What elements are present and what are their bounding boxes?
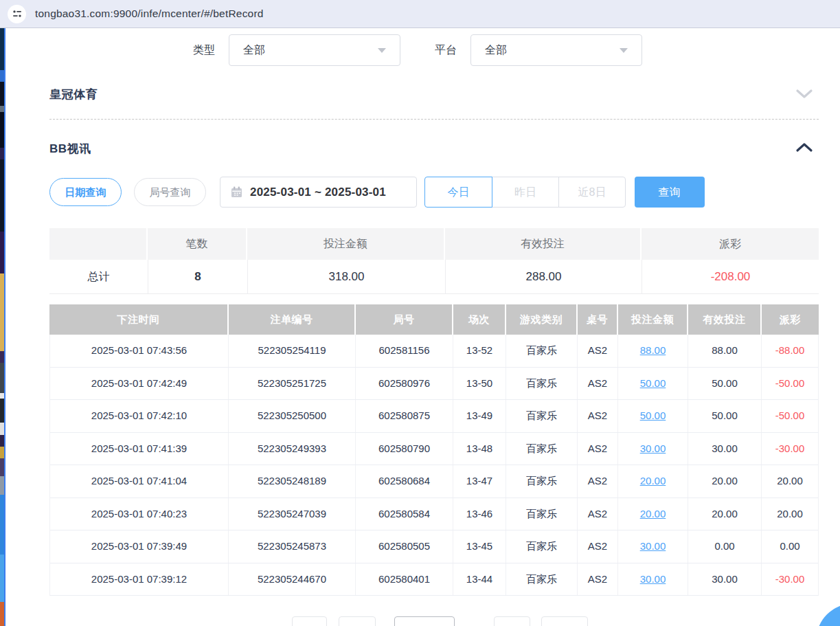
section-title-crown-sports[interactable]: 皇冠体育 xyxy=(49,87,98,102)
quick-date-button-group: 今日 昨日 近8日 xyxy=(424,177,626,208)
bet-record-page: 类型 全部 平台 全部 皇冠体育 BB视讯 日期查询 局号查询 xyxy=(7,28,840,626)
col-header-round-no: 局号 xyxy=(356,304,453,335)
session-cell: 13-44 xyxy=(453,563,506,596)
pagination-button[interactable] xyxy=(292,616,327,626)
round-no-cell: 602580584 xyxy=(356,498,453,530)
search-button[interactable]: 查询 xyxy=(635,177,705,208)
table-row: 2025-03-01 07:39:49 522305245873 6025805… xyxy=(50,530,818,563)
table-row: 2025-03-01 07:42:49 522305251725 6025809… xyxy=(50,368,818,401)
last-8-days-button[interactable]: 近8日 xyxy=(558,177,626,208)
table-row: 2025-03-01 07:41:39 522305249393 6025807… xyxy=(50,433,818,466)
date-range-value: 2025-03-01 ~ 2025-03-01 xyxy=(250,186,386,199)
bet-amount-link[interactable]: 20.00 xyxy=(640,508,666,519)
date-range-input[interactable]: 2025-03-01 ~ 2025-03-01 xyxy=(220,177,417,208)
session-cell: 13-49 xyxy=(453,400,506,432)
round-no-cell: 602580976 xyxy=(356,368,453,400)
game-type-cell: 百家乐 xyxy=(506,368,578,400)
payout-cell: 20.00 xyxy=(762,465,818,498)
round-no-cell: 602581156 xyxy=(356,335,453,367)
valid-bet-cell: 20.00 xyxy=(688,498,762,530)
type-filter-label: 类型 xyxy=(193,34,215,66)
bet-table-header: 下注时间 注单编号 局号 场次 游戏类别 桌号 投注金额 有效投注 派彩 xyxy=(49,304,819,335)
session-cell: 13-48 xyxy=(453,433,506,465)
site-settings-icon[interactable] xyxy=(8,5,26,23)
section-title-bb-video[interactable]: BB视讯 xyxy=(49,141,91,157)
bet-id-cell: 522305244670 xyxy=(229,563,356,596)
col-header-table-no: 桌号 xyxy=(578,304,618,335)
valid-bet-cell: 20.00 xyxy=(688,465,762,498)
table-no-cell: AS2 xyxy=(578,498,618,530)
type-filter-select[interactable]: 全部 xyxy=(229,34,400,66)
bet-table-body: 2025-03-01 07:43:56 522305254119 6025811… xyxy=(49,335,819,596)
table-no-cell: AS2 xyxy=(578,400,618,432)
today-button[interactable]: 今日 xyxy=(424,177,492,208)
bet-time-cell: 2025-03-01 07:42:49 xyxy=(50,368,229,400)
chevron-down-icon xyxy=(378,48,386,53)
calendar-icon xyxy=(231,186,242,198)
date-query-button[interactable]: 日期查询 xyxy=(49,178,122,206)
bet-time-cell: 2025-03-01 07:41:39 xyxy=(50,433,229,465)
table-no-cell: AS2 xyxy=(578,530,618,563)
round-no-cell: 602580875 xyxy=(356,400,453,432)
payout-cell: -50.00 xyxy=(762,368,818,400)
chevron-down-icon[interactable] xyxy=(795,87,813,100)
summary-header-blank xyxy=(49,228,148,260)
valid-bet-cell: 30.00 xyxy=(688,563,762,596)
summary-header-valid-bet: 有效投注 xyxy=(445,228,642,260)
bet-time-cell: 2025-03-01 07:41:04 xyxy=(50,465,229,498)
bet-amount-link[interactable]: 88.00 xyxy=(640,344,666,356)
summary-table-header: 笔数 投注金额 有效投注 派彩 xyxy=(49,228,819,260)
pagination-button[interactable] xyxy=(494,616,530,626)
col-header-payout: 派彩 xyxy=(762,304,819,335)
bet-amount-link[interactable]: 50.00 xyxy=(640,410,666,421)
table-row: 2025-03-01 07:40:23 522305247039 6025805… xyxy=(50,498,818,531)
pagination-button[interactable] xyxy=(541,616,588,626)
summary-table: 笔数 投注金额 有效投注 派彩 总计 8 318.00 288.00 -208.… xyxy=(49,228,819,294)
session-cell: 13-50 xyxy=(453,368,506,400)
floating-action-button[interactable] xyxy=(816,603,840,626)
bet-id-cell: 522305254119 xyxy=(229,335,356,367)
summary-header-payout: 派彩 xyxy=(642,228,819,260)
game-type-cell: 百家乐 xyxy=(506,530,578,563)
url-bar[interactable]: tongbao31.com:9900/infe/mcenter/#/betRec… xyxy=(0,0,840,28)
bet-amount-link[interactable]: 30.00 xyxy=(640,573,666,585)
bet-id-cell: 522305248189 xyxy=(229,465,356,498)
round-no-cell: 602580505 xyxy=(356,530,453,563)
bet-amount-link[interactable]: 30.00 xyxy=(640,540,666,552)
round-no-cell: 602580790 xyxy=(356,433,453,465)
url-text[interactable]: tongbao31.com:9900/infe/mcenter/#/betRec… xyxy=(35,8,264,20)
game-type-cell: 百家乐 xyxy=(506,465,578,498)
bet-amount-link[interactable]: 20.00 xyxy=(640,475,666,487)
pagination-button[interactable] xyxy=(339,616,376,626)
platform-filter-select[interactable]: 全部 xyxy=(470,34,642,66)
valid-bet-cell: 0.00 xyxy=(688,530,762,563)
payout-cell: -50.00 xyxy=(762,400,818,432)
payout-cell: 20.00 xyxy=(762,498,818,530)
yesterday-button[interactable]: 昨日 xyxy=(492,177,559,208)
bet-time-cell: 2025-03-01 07:40:23 xyxy=(50,498,229,530)
table-row: 2025-03-01 07:41:04 522305248189 6025806… xyxy=(50,465,818,498)
platform-filter-label: 平台 xyxy=(435,34,457,66)
bet-id-cell: 522305249393 xyxy=(229,433,356,465)
round-query-button[interactable]: 局号查询 xyxy=(134,178,206,206)
valid-bet-cell: 50.00 xyxy=(688,400,762,432)
table-row: 2025-03-01 07:39:12 522305244670 6025804… xyxy=(50,563,818,596)
background-window-sliver xyxy=(0,28,5,626)
summary-total-row: 总计 8 318.00 288.00 -208.00 xyxy=(49,260,819,294)
bet-table: 下注时间 注单编号 局号 场次 游戏类别 桌号 投注金额 有效投注 派彩 202… xyxy=(49,304,819,596)
bet-time-cell: 2025-03-01 07:39:12 xyxy=(50,563,229,596)
summary-payout-value: -208.00 xyxy=(642,260,819,294)
col-header-bet-time: 下注时间 xyxy=(49,304,229,335)
browser-window: tongbao31.com:9900/infe/mcenter/#/betRec… xyxy=(0,0,840,626)
platform-filter-value: 全部 xyxy=(485,43,620,58)
bet-amount-link[interactable]: 30.00 xyxy=(640,443,666,454)
round-no-cell: 602580401 xyxy=(356,563,453,596)
table-no-cell: AS2 xyxy=(578,563,618,596)
chevron-up-icon[interactable] xyxy=(795,142,813,154)
summary-bet-amount-value: 318.00 xyxy=(247,260,445,294)
bet-amount-link[interactable]: 50.00 xyxy=(640,377,666,389)
pagination-page-size-select[interactable] xyxy=(394,616,455,626)
table-row: 2025-03-01 07:42:10 522305250500 6025808… xyxy=(50,400,818,433)
summary-total-label: 总计 xyxy=(49,260,148,294)
col-header-valid-bet: 有效投注 xyxy=(688,304,762,335)
